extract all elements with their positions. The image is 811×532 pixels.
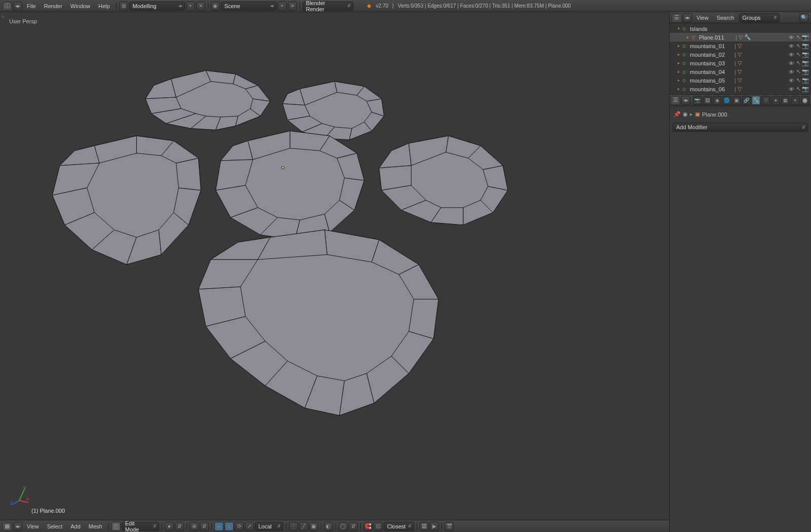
camera-icon[interactable]: 📷 bbox=[802, 51, 809, 58]
tab-data[interactable]: ▽ bbox=[761, 96, 770, 105]
outliner-row[interactable]: ▾⊙ Islands bbox=[670, 24, 811, 33]
tab-object[interactable]: ▣ bbox=[732, 96, 741, 105]
tab-physics[interactable]: ⬤ bbox=[801, 96, 809, 105]
cursor-icon[interactable]: ↖ bbox=[795, 51, 802, 58]
tab-scene[interactable]: ◉ bbox=[713, 96, 721, 105]
outliner-row[interactable]: ▸▽ Plane.011 | ▽ 🔧 👁 ↖ 📷 bbox=[670, 33, 811, 42]
limit-selection-icon[interactable]: ◐ bbox=[324, 522, 333, 531]
menu-mesh[interactable]: Mesh bbox=[85, 520, 106, 533]
mode-icon[interactable]: ◫ bbox=[112, 522, 121, 531]
camera-icon[interactable]: 📷 bbox=[802, 34, 809, 41]
delete-scene-button[interactable]: ✕ bbox=[288, 2, 297, 11]
info-icon[interactable]: ⓘ bbox=[2, 2, 12, 11]
outliner-view-menu[interactable]: View bbox=[692, 12, 713, 24]
outliner-collapse[interactable]: ◂▸ bbox=[683, 13, 692, 22]
pin-icon[interactable]: 📌 bbox=[674, 111, 681, 118]
menu-window[interactable]: Window bbox=[66, 0, 94, 12]
outliner-row[interactable]: ▸⊙ mountains_05 |▽ 👁↖📷 bbox=[670, 76, 811, 85]
manipulator-rotate[interactable]: ⟳ bbox=[235, 522, 244, 531]
menu-add[interactable]: Add bbox=[66, 520, 85, 533]
expand-handle[interactable] bbox=[805, 13, 810, 18]
outliner-row[interactable]: ▸⊙ mountains_04 |▽ 👁↖📷 bbox=[670, 67, 811, 76]
outliner-display-mode[interactable]: Groups⇵ bbox=[739, 13, 780, 22]
tab-world[interactable]: 🌐 bbox=[722, 96, 731, 105]
viewport-3d[interactable]: User Persp bbox=[0, 12, 669, 520]
pivot-icon[interactable]: ⊕ bbox=[190, 522, 199, 531]
render-preview-icon[interactable]: 🖼 bbox=[420, 522, 429, 531]
proportional-edit-icon[interactable]: ◯ bbox=[339, 522, 348, 531]
shading-options[interactable]: ⇵ bbox=[175, 522, 184, 531]
orientation-label: Local bbox=[259, 523, 272, 529]
tab-constraints[interactable]: 🔗 bbox=[742, 96, 751, 105]
select-face-icon[interactable]: ▣ bbox=[309, 522, 318, 531]
window-type-arrows[interactable]: ◂▸ bbox=[13, 2, 22, 11]
menu-file[interactable]: File bbox=[23, 0, 40, 12]
add-screen-button[interactable]: + bbox=[186, 2, 195, 11]
menu-select[interactable]: Select bbox=[43, 520, 67, 533]
cursor-icon[interactable]: ↖ bbox=[795, 68, 802, 75]
render-anim-icon[interactable]: ▶ bbox=[430, 522, 439, 531]
cursor-icon[interactable]: ↖ bbox=[795, 77, 802, 84]
orientation-dropdown[interactable]: Local⇵ bbox=[255, 522, 283, 531]
screen-browse-icon[interactable]: ⊞ bbox=[119, 2, 128, 11]
eye-icon[interactable]: 👁 bbox=[788, 52, 795, 58]
menu-view[interactable]: View bbox=[23, 520, 43, 533]
eye-icon[interactable]: 👁 bbox=[788, 69, 795, 75]
scene-field[interactable]: Scene◂▸ bbox=[221, 2, 277, 11]
render-engine-field[interactable]: Blender Render⇵ bbox=[303, 2, 353, 11]
properties-type-icon[interactable]: ☰ bbox=[671, 96, 680, 105]
manipulator-toggle[interactable]: ↔ bbox=[214, 522, 224, 531]
properties-collapse[interactable]: ◂▸ bbox=[681, 96, 690, 105]
menu-render[interactable]: Render bbox=[40, 0, 66, 12]
outliner-row[interactable]: ▸⊙ mountains_01 |▽ 👁↖📷 bbox=[670, 42, 811, 50]
screen-layout-field[interactable]: Modelling◂▸ bbox=[129, 2, 185, 11]
camera-icon[interactable]: 📷 bbox=[802, 86, 809, 92]
eye-icon[interactable]: 👁 bbox=[788, 43, 795, 49]
cursor-icon[interactable]: ↖ bbox=[795, 86, 802, 92]
mode-dropdown[interactable]: Edit Mode⇵ bbox=[122, 522, 159, 531]
shading-solid-icon[interactable]: ● bbox=[165, 522, 174, 531]
eye-icon[interactable]: 👁 bbox=[788, 60, 795, 66]
add-modifier-dropdown[interactable]: Add Modifier⇵ bbox=[673, 123, 808, 132]
cursor-icon[interactable]: ↖ bbox=[795, 43, 802, 49]
outliner-row[interactable]: ▸⊙ mountains_03 |▽ 👁↖📷 bbox=[670, 59, 811, 67]
select-vertex-icon[interactable]: ⋮ bbox=[289, 522, 298, 531]
camera-icon[interactable]: 📷 bbox=[802, 60, 809, 66]
eye-icon[interactable]: 👁 bbox=[788, 78, 795, 84]
snap-toggle-icon[interactable]: 🧲 bbox=[363, 522, 373, 531]
camera-icon[interactable]: 📷 bbox=[802, 43, 809, 49]
outliner-row[interactable]: ▸⊙ mountains_02 |▽ 👁↖📷 bbox=[670, 50, 811, 59]
scene-browse-icon[interactable]: ◉ bbox=[211, 2, 220, 11]
wrench-icon[interactable]: 🔧 bbox=[744, 34, 751, 41]
outliner-list[interactable]: ▾⊙ Islands ▸▽ Plane.011 | ▽ 🔧 👁 ↖ 📷 ▸⊙ m… bbox=[670, 23, 811, 95]
proportional-falloff[interactable]: ⇵ bbox=[349, 522, 358, 531]
camera-icon[interactable]: 📷 bbox=[802, 68, 809, 75]
eye-icon[interactable]: 👁 bbox=[788, 86, 795, 92]
tab-texture[interactable]: ▦ bbox=[781, 96, 790, 105]
outliner-type-icon[interactable]: ☰ bbox=[672, 13, 682, 22]
manipulator-scale[interactable]: ⤢ bbox=[245, 522, 254, 531]
outliner-search-menu[interactable]: Search bbox=[713, 12, 739, 24]
snap-target-dropdown[interactable]: Closest⇵ bbox=[384, 522, 414, 531]
tab-modifiers[interactable]: 🔧 bbox=[752, 96, 760, 105]
lock-camera-icon[interactable]: 🎬 bbox=[445, 522, 454, 531]
view3d-collapse[interactable]: ◂▸ bbox=[13, 522, 22, 531]
tab-render[interactable]: 📷 bbox=[693, 96, 702, 105]
tab-material[interactable]: ● bbox=[771, 96, 780, 105]
tab-render-layers[interactable]: 🖼 bbox=[703, 96, 712, 105]
camera-icon[interactable]: 📷 bbox=[802, 77, 809, 84]
manipulator-translate[interactable]: ↕ bbox=[225, 522, 234, 531]
eye-icon[interactable]: 👁 bbox=[788, 34, 795, 41]
outliner-row[interactable]: ▸⊙ mountains_06 |▽ 👁↖📷 bbox=[670, 85, 811, 93]
add-scene-button[interactable]: + bbox=[278, 2, 287, 11]
pivot-options[interactable]: ⇵ bbox=[200, 522, 209, 531]
delete-screen-button[interactable]: ✕ bbox=[196, 2, 205, 11]
scene-icon[interactable]: ◉ bbox=[683, 111, 688, 118]
snap-element-icon[interactable]: ⊡ bbox=[374, 522, 383, 531]
menu-help[interactable]: Help bbox=[94, 0, 114, 12]
view3d-type-icon[interactable]: ▦ bbox=[2, 522, 12, 531]
cursor-icon[interactable]: ↖ bbox=[795, 60, 802, 66]
select-edge-icon[interactable]: ╱ bbox=[299, 522, 308, 531]
tab-particles[interactable]: ✶ bbox=[791, 96, 799, 105]
cursor-icon[interactable]: ↖ bbox=[795, 34, 802, 41]
